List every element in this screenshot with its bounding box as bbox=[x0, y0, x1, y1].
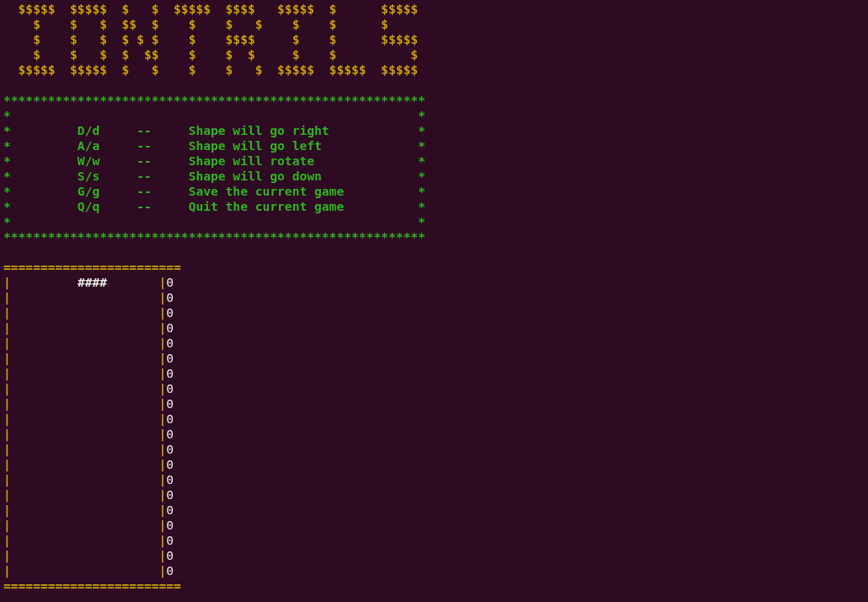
board-empty-cells bbox=[11, 442, 159, 456]
board-empty-cells bbox=[11, 320, 159, 335]
board-left-wall: | bbox=[3, 305, 11, 320]
board-empty-cells bbox=[11, 381, 159, 395]
row-counter-zero: 0 bbox=[166, 518, 174, 532]
board-left-wall: | bbox=[3, 411, 11, 426]
board-left-wall: | bbox=[3, 457, 11, 471]
row-counter-zero: 0 bbox=[166, 472, 174, 486]
board-right-wall: | bbox=[159, 442, 167, 456]
banner-line-1: $ $ $ $$ $ $ $ $ $ $ $ bbox=[3, 17, 418, 31]
row-counter-zero: 0 bbox=[166, 290, 174, 304]
row-counter-zero: 0 bbox=[166, 320, 174, 335]
row-counter-zero: 0 bbox=[166, 487, 174, 502]
board-left-wall: | bbox=[3, 518, 11, 532]
board-empty-cells bbox=[11, 457, 159, 471]
board-right-wall: | bbox=[159, 366, 167, 380]
board-empty-cells bbox=[11, 548, 159, 562]
board-right-wall: | bbox=[159, 472, 167, 486]
board-empty-cells bbox=[11, 427, 159, 441]
board-right-wall: | bbox=[159, 396, 167, 411]
board-right-wall: | bbox=[159, 336, 167, 350]
tetromino-piece: #### bbox=[78, 275, 107, 289]
board-left-wall: | bbox=[3, 472, 11, 486]
board-left-wall: | bbox=[3, 427, 11, 441]
board-top-rule: ======================== bbox=[3, 260, 181, 274]
board-pad bbox=[107, 275, 159, 289]
help-row-3: * S/s -- Shape will go down * bbox=[3, 169, 426, 183]
row-counter-zero: 0 bbox=[166, 563, 174, 578]
help-row-1: * A/a -- Shape will go left * bbox=[3, 138, 426, 153]
row-counter-zero: 0 bbox=[166, 381, 174, 395]
help-row-4: * G/g -- Save the current game * bbox=[3, 184, 426, 198]
board-left-wall: | bbox=[3, 548, 11, 562]
row-counter-zero: 0 bbox=[166, 533, 174, 547]
board-right-wall: | bbox=[159, 411, 167, 426]
row-counter-zero: 0 bbox=[166, 442, 174, 456]
banner-line-4: $$$$$ $$$$$ $ $ $ $ $ $$$$$ $$$$$ $$$$$ bbox=[3, 62, 418, 77]
board-left-wall: | bbox=[3, 487, 11, 502]
row-counter-zero: 0 bbox=[166, 427, 174, 441]
banner-line-2: $ $ $ $ $ $ $ $$$$ $ $ $$$$$ bbox=[3, 32, 418, 46]
row-counter-zero: 0 bbox=[166, 457, 174, 471]
board-right-wall: | bbox=[159, 518, 167, 532]
board-empty-cells bbox=[11, 290, 159, 304]
help-border-top: ****************************************… bbox=[3, 93, 426, 107]
banner-line-0: $$$$$ $$$$$ $ $ $$$$$ $$$$ $$$$$ $ $$$$$ bbox=[3, 2, 418, 16]
board-right-wall: | bbox=[159, 487, 167, 502]
help-row-5: * Q/q -- Quit the current game * bbox=[3, 199, 426, 213]
board-left-wall: | bbox=[3, 442, 11, 456]
board-left-wall: | bbox=[3, 275, 11, 289]
board-left-wall: | bbox=[3, 563, 11, 578]
board-empty-cells bbox=[11, 487, 159, 502]
board-right-wall: | bbox=[159, 427, 167, 441]
board-empty-cells bbox=[11, 533, 159, 547]
board-right-wall: | bbox=[159, 305, 167, 320]
board-left-wall: | bbox=[3, 381, 11, 395]
board-empty-cells bbox=[11, 366, 159, 380]
help-blank: * * bbox=[3, 214, 426, 228]
board-empty-cells bbox=[11, 563, 159, 578]
help-row-0: * D/d -- Shape will go right * bbox=[3, 123, 426, 137]
help-border-bottom: ****************************************… bbox=[3, 229, 426, 244]
banner-line-3: $ $ $ $ $$ $ $ $ $ $ $ bbox=[3, 47, 418, 62]
board-empty-cells bbox=[11, 305, 159, 320]
board-bottom-rule: ======================== bbox=[3, 578, 181, 593]
board-left-wall: | bbox=[3, 366, 11, 380]
board-right-wall: | bbox=[159, 381, 167, 395]
board-left-wall: | bbox=[3, 351, 11, 365]
row-counter-zero: 0 bbox=[166, 275, 174, 289]
board-left-wall: | bbox=[3, 290, 11, 304]
board-right-wall: | bbox=[159, 533, 167, 547]
board-right-wall: | bbox=[159, 503, 167, 517]
board-right-wall: | bbox=[159, 563, 167, 578]
board-right-wall: | bbox=[159, 457, 167, 471]
board-right-wall: | bbox=[159, 320, 167, 335]
row-counter-zero: 0 bbox=[166, 336, 174, 350]
board-left-wall: | bbox=[3, 396, 11, 411]
row-counter-zero: 0 bbox=[166, 366, 174, 380]
board-empty-cells bbox=[11, 503, 159, 517]
help-blank: * * bbox=[3, 108, 426, 122]
board-right-wall: | bbox=[159, 548, 167, 562]
row-counter-zero: 0 bbox=[166, 396, 174, 411]
board-left-wall: | bbox=[3, 503, 11, 517]
board-pad bbox=[11, 275, 78, 289]
board-empty-cells bbox=[11, 518, 159, 532]
row-counter-zero: 0 bbox=[166, 411, 174, 426]
board-empty-cells bbox=[11, 411, 159, 426]
board-right-wall: | bbox=[159, 351, 167, 365]
row-counter-zero: 0 bbox=[166, 351, 174, 365]
board-left-wall: | bbox=[3, 533, 11, 547]
board-empty-cells bbox=[11, 351, 159, 365]
row-counter-zero: 0 bbox=[166, 305, 174, 320]
board-empty-cells bbox=[11, 336, 159, 350]
board-empty-cells bbox=[11, 472, 159, 486]
row-counter-zero: 0 bbox=[166, 503, 174, 517]
board-right-wall: | bbox=[159, 290, 167, 304]
board-left-wall: | bbox=[3, 336, 11, 350]
row-counter-zero: 0 bbox=[166, 548, 174, 562]
help-row-2: * W/w -- Shape will rotate * bbox=[3, 153, 426, 168]
board-empty-cells bbox=[11, 396, 159, 411]
board-left-wall: | bbox=[3, 320, 11, 335]
terminal-output: $$$$$ $$$$$ $ $ $$$$$ $$$$ $$$$$ $ $$$$$… bbox=[0, 0, 868, 594]
